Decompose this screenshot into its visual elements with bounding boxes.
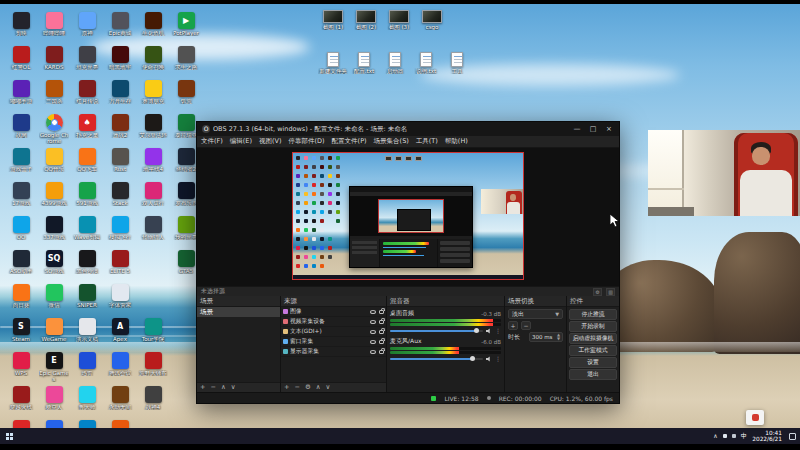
scene-list-item[interactable]: 场景 (197, 307, 280, 317)
remove-transition-button[interactable]: − (521, 321, 531, 330)
mini-thumb-icon (395, 156, 402, 161)
file-icon (420, 52, 432, 67)
visibility-eye-icon[interactable] (370, 350, 376, 354)
desktop-icon[interactable]: 截图 (1) (318, 10, 348, 30)
lock-icon[interactable] (379, 330, 384, 334)
visibility-eye-icon[interactable] (370, 330, 376, 334)
volume-slider[interactable] (390, 330, 483, 332)
source-list-item[interactable]: 图像 (281, 307, 386, 317)
transitions-dock-title: 场景切换 (505, 296, 566, 307)
mixer-db-value: -0.3 dB (481, 311, 501, 317)
desktop-icon[interactable]: 说明.txt (411, 52, 441, 74)
language-indicator[interactable]: 中 (741, 432, 748, 441)
action-center-icon[interactable] (789, 433, 796, 440)
mini-desktop-icon (312, 156, 316, 160)
sources-toolbar-button[interactable]: ∧ (316, 384, 321, 391)
menu-item[interactable]: 帮助(H) (445, 137, 468, 146)
controls-dock-title: 控件 (567, 296, 619, 307)
tray-overflow-flyout[interactable] (746, 410, 764, 425)
person-shirt (740, 170, 792, 216)
tray-expand-icon[interactable]: ∧ (713, 433, 717, 439)
menu-item[interactable]: 停靠部件(D) (289, 137, 325, 146)
scenes-toolbar-button[interactable]: ∨ (231, 384, 236, 391)
transition-select[interactable]: 淡出 ▼ (508, 309, 563, 319)
mini-desktop-icon (296, 264, 300, 268)
desktop-icon[interactable]: 配置.txt (349, 52, 379, 74)
virtual-camera-button[interactable]: 启动虚拟摄像机 (569, 333, 617, 344)
lock-icon[interactable] (379, 350, 384, 354)
scenes-toolbar-button[interactable]: ∧ (221, 384, 226, 391)
maximize-button[interactable]: □ (585, 123, 601, 135)
desktop-icon[interactable]: 工具 (442, 52, 472, 74)
lock-icon[interactable] (379, 310, 384, 314)
mini-desktop-icon (296, 255, 300, 259)
menu-item[interactable]: 视图(V) (259, 137, 282, 146)
source-list-item[interactable]: 视频采集设备 (281, 317, 386, 327)
stop-streaming-button[interactable]: 停止推流 (569, 309, 617, 320)
mini-taskbar (293, 275, 523, 279)
sources-toolbar-button[interactable]: − (294, 384, 299, 391)
start-button[interactable] (6, 433, 13, 440)
spinner-arrows-icon[interactable]: ▲▼ (557, 333, 560, 341)
visibility-eye-icon[interactable] (370, 340, 376, 344)
preview-capture-source[interactable] (292, 152, 524, 280)
start-recording-button[interactable]: 开始录制 (569, 321, 617, 332)
desktop-icon[interactable]: 新建文件夹 (318, 52, 348, 74)
letterbox-bottom (0, 444, 800, 450)
source-properties-button[interactable]: ⚙ (593, 288, 602, 296)
close-button[interactable]: × (601, 123, 617, 135)
volume-slider-handle[interactable] (474, 328, 479, 333)
scenes-toolbar-button[interactable]: + (200, 384, 205, 391)
obs-titlebar[interactable]: O OBS 27.1.3 (64-bit, windows) - 配置文件: 未… (197, 122, 619, 136)
source-list-item[interactable]: 文本(GDI+) (281, 327, 386, 337)
rec-timer: REC: 00:00:00 (499, 395, 542, 402)
menu-item[interactable]: 文件(F) (201, 137, 223, 146)
studio-mode-button[interactable]: 工作室模式 (569, 345, 617, 356)
visibility-eye-icon[interactable] (370, 320, 376, 324)
exit-button[interactable]: 退出 (569, 369, 617, 380)
transition-value: 淡出 (512, 310, 524, 319)
mini-desktop-icon (296, 201, 300, 205)
scenes-toolbar-button[interactable]: − (210, 384, 215, 391)
audio-meter (390, 323, 501, 326)
volume-slider-handle[interactable] (470, 356, 475, 361)
system-tray: ∧ 中 10:41 2022/6/21 (713, 430, 800, 443)
desktop-icon[interactable]: 截图 (3) (384, 10, 414, 30)
more-options-icon[interactable]: ⋮ (495, 356, 501, 362)
sources-toolbar-button[interactable]: + (284, 384, 289, 391)
sources-toolbar-button[interactable]: ⚙ (305, 384, 311, 391)
obs-preview-area[interactable] (197, 148, 619, 286)
volume-slider[interactable] (390, 358, 483, 360)
desktop-icon[interactable]: 启动器 (380, 52, 410, 74)
lock-icon[interactable] (379, 320, 384, 324)
network-icon[interactable] (723, 434, 727, 438)
menu-item[interactable]: 场景集合(S) (374, 137, 409, 146)
clock[interactable]: 10:41 2022/6/21 (752, 430, 782, 443)
source-list-item[interactable]: 显示器采集 (281, 347, 386, 357)
mini-desktop-icon (336, 201, 340, 205)
minimize-button[interactable]: — (569, 123, 585, 135)
duration-spinner[interactable]: 300 ms ▲▼ (529, 332, 563, 342)
menu-item[interactable]: 编辑(E) (230, 137, 252, 146)
menu-item[interactable]: 工具(T) (416, 137, 438, 146)
visibility-eye-icon[interactable] (370, 310, 376, 314)
mini-thumb-icon (405, 156, 412, 161)
desktop-icon[interactable]: csgo (417, 10, 447, 30)
desktop-icon[interactable]: 截图 (2) (351, 10, 381, 30)
mini-desktop-icon (304, 183, 308, 187)
mini-desktop-icon (296, 237, 300, 241)
speaker-icon[interactable] (486, 328, 492, 334)
add-transition-button[interactable]: + (508, 321, 518, 330)
mini-desktop-icon (312, 174, 316, 178)
source-list-item[interactable]: 窗口采集 (281, 337, 386, 347)
settings-button[interactable]: 设置 (569, 357, 617, 368)
volume-icon[interactable] (732, 434, 736, 438)
more-options-icon[interactable]: ⋮ (495, 328, 501, 334)
menu-item[interactable]: 配置文件(P) (332, 137, 367, 146)
speaker-icon[interactable] (486, 356, 492, 362)
source-filters-button[interactable]: ▥ (606, 288, 615, 296)
person-face (752, 147, 770, 165)
mini-desktop-icon (312, 237, 316, 241)
lock-icon[interactable] (379, 340, 384, 344)
sources-toolbar-button[interactable]: ∨ (326, 384, 331, 391)
